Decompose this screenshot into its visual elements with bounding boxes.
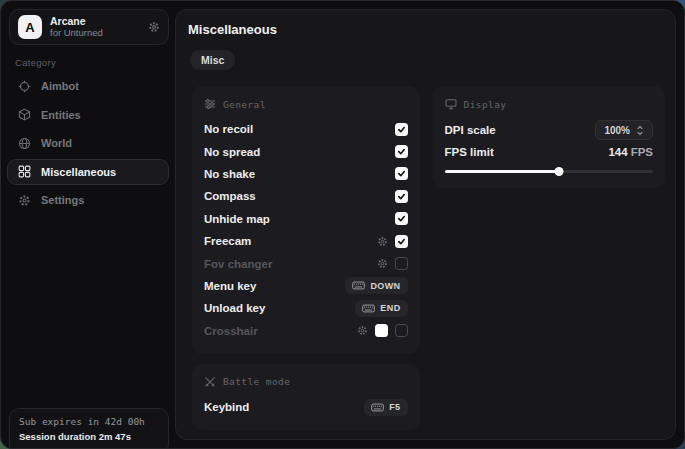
menu-key-binding[interactable]: DOWN (345, 277, 407, 294)
row-no-spread: No spread (204, 140, 408, 162)
sidebar-item-settings[interactable]: Settings (7, 187, 169, 213)
row-label: Unload key (204, 302, 265, 314)
battle-mode-card-title: Battle mode (223, 376, 290, 387)
row-label: Keybind (204, 401, 249, 413)
no-recoil-checkbox[interactable] (395, 123, 408, 136)
display-card: Display DPI scale 100% (433, 86, 665, 188)
row-label: Unhide map (204, 213, 270, 225)
battle-keybind[interactable]: F5 (364, 399, 407, 416)
no-shake-checkbox[interactable] (395, 167, 408, 180)
row-label: DPI scale (445, 124, 496, 136)
unhide-map-checkbox[interactable] (395, 212, 408, 225)
tab-misc[interactable]: Misc (190, 50, 235, 70)
keyboard-icon (352, 281, 365, 290)
fps-limit-slider[interactable] (445, 167, 653, 176)
general-card: General No recoil No spread (192, 86, 420, 354)
row-crosshair: Crosshair (204, 320, 408, 342)
keyboard-icon (371, 403, 384, 412)
row-unhide-map: Unhide map (204, 208, 408, 230)
dpi-scale-value: 100% (604, 125, 630, 136)
fov-changer-checkbox[interactable] (395, 257, 408, 270)
page-title: Miscellaneous (188, 22, 665, 37)
key-label: F5 (389, 402, 400, 412)
crosshair-icon (18, 80, 31, 93)
crosshair-checkbox[interactable] (395, 324, 408, 337)
row-label: No shake (204, 168, 255, 180)
row-keybind: Keybind F5 (204, 396, 408, 418)
row-label: No spread (204, 146, 260, 158)
compass-checkbox[interactable] (395, 190, 408, 203)
slider-thumb[interactable] (555, 167, 564, 176)
row-menu-key: Menu key DOWN (204, 275, 408, 297)
row-label: Fov changer (204, 258, 272, 270)
keyboard-icon (362, 304, 375, 313)
brand-name: Arcane (50, 16, 140, 28)
general-card-header: General (204, 96, 408, 112)
grid-icon (18, 165, 31, 178)
key-label: DOWN (370, 281, 400, 291)
monitor-icon (445, 98, 457, 110)
fps-limit-value: 144FPS (608, 146, 653, 158)
crossed-swords-icon (204, 376, 216, 388)
sidebar-item-miscellaneous[interactable]: Miscellaneous (7, 159, 169, 185)
crosshair-color-swatch[interactable] (375, 324, 388, 337)
gear-icon (18, 194, 31, 207)
globe-icon (18, 137, 31, 150)
row-label: Freecam (204, 235, 251, 247)
sidebar: A Arcane for Unturned Category A (1, 1, 175, 448)
row-compass: Compass (204, 185, 408, 207)
sub-expiry-text: Sub expires in 42d 00h (19, 416, 159, 427)
gear-icon[interactable] (148, 21, 160, 33)
row-dpi-scale: DPI scale 100% (445, 118, 653, 142)
sliders-icon (204, 98, 216, 110)
sidebar-item-label: Entities (41, 109, 81, 121)
row-unload-key: Unload key END (204, 297, 408, 319)
category-nav: Aimbot Entities World (7, 73, 169, 216)
sidebar-item-label: Aimbot (41, 80, 79, 92)
display-card-title: Display (464, 99, 507, 110)
battle-mode-card: Battle mode Keybind (192, 364, 420, 430)
row-label: Compass (204, 190, 256, 202)
crosshair-settings-gear-icon[interactable] (357, 325, 368, 336)
battle-mode-card-header: Battle mode (204, 374, 408, 390)
brand-card: A Arcane for Unturned (9, 9, 169, 45)
key-label: END (380, 303, 400, 313)
session-duration-text: Session duration 2m 47s (19, 431, 159, 442)
sidebar-item-label: Settings (41, 194, 84, 206)
row-label: FPS limit (445, 146, 494, 158)
category-label: Category (15, 57, 56, 68)
cube-icon (18, 108, 31, 121)
sidebar-item-aimbot[interactable]: Aimbot (7, 73, 169, 99)
main-panel: Miscellaneous Misc (175, 9, 676, 440)
row-no-recoil: No recoil (204, 118, 408, 140)
row-label: Crosshair (204, 325, 258, 337)
row-fps-limit: FPS limit 144FPS (445, 142, 653, 162)
row-freecam: Freecam (204, 230, 408, 252)
sidebar-item-entities[interactable]: Entities (7, 102, 169, 128)
display-card-header: Display (445, 96, 653, 112)
sidebar-item-label: Miscellaneous (41, 166, 116, 178)
app-window: A Arcane for Unturned Category A (0, 0, 685, 449)
row-label: Menu key (204, 280, 256, 292)
row-no-shake: No shake (204, 163, 408, 185)
sidebar-item-world[interactable]: World (7, 130, 169, 156)
fov-settings-gear-icon[interactable] (377, 258, 388, 269)
avatar: A (18, 15, 42, 39)
dpi-scale-select[interactable]: 100% (595, 120, 653, 140)
freecam-checkbox[interactable] (395, 235, 408, 248)
slider-fill (445, 170, 560, 173)
brand-text: Arcane for Unturned (50, 16, 140, 39)
freecam-settings-gear-icon[interactable] (377, 236, 388, 247)
sidebar-item-label: World (41, 137, 72, 149)
subscription-card: Sub expires in 42d 00h Session duration … (9, 408, 169, 449)
row-fov-changer: Fov changer (204, 252, 408, 274)
general-card-title: General (223, 99, 266, 110)
unload-key-binding[interactable]: END (355, 300, 407, 317)
chevron-up-down-icon (636, 125, 644, 136)
brand-subtitle: for Unturned (50, 28, 140, 38)
row-label: No recoil (204, 123, 253, 135)
no-spread-checkbox[interactable] (395, 145, 408, 158)
